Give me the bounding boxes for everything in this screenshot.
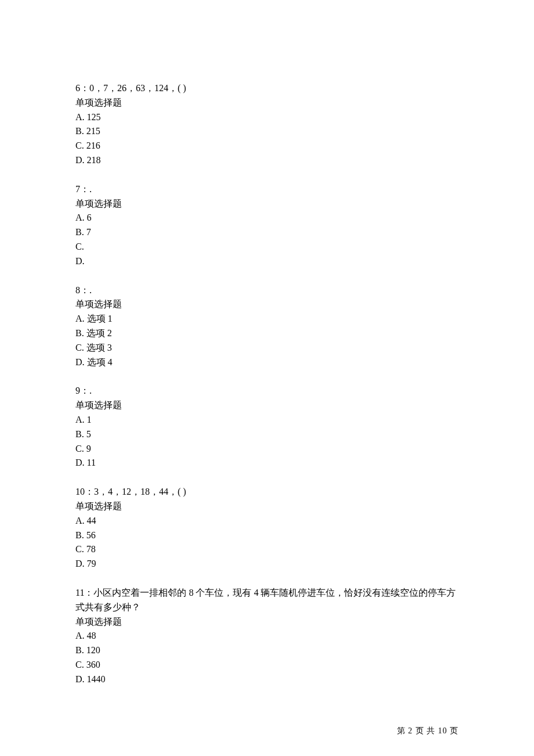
option-b: B. 7 <box>75 225 459 240</box>
question-text: 9：. <box>75 384 459 398</box>
question-number: 6 <box>75 83 80 93</box>
option-b: B. 56 <box>75 528 459 543</box>
page-content: 6：0，7，26，63，124，( ) 单项选择题 A. 125 B. 215 … <box>0 0 534 686</box>
option-c: C. 选项 3 <box>75 341 459 355</box>
option-c: C. 78 <box>75 542 459 557</box>
question-number: 11 <box>75 588 84 597</box>
question-number: 7 <box>75 184 80 194</box>
question-type: 单项选择题 <box>75 398 459 413</box>
option-b: B. 5 <box>75 427 459 442</box>
question-type: 单项选择题 <box>75 197 459 211</box>
option-a: A. 6 <box>75 211 459 225</box>
option-d: D. 79 <box>75 557 459 571</box>
question-text: 8：. <box>75 283 459 298</box>
question-7: 7：. 单项选择题 A. 6 B. 7 C. D. <box>75 182 459 269</box>
option-d: D. 11 <box>75 456 459 470</box>
question-text: 11：小区内空着一排相邻的 8 个车位，现有 4 辆车随机停进车位，恰好没有连续… <box>75 586 459 615</box>
question-type: 单项选择题 <box>75 615 459 629</box>
question-number: 9 <box>75 386 80 395</box>
question-type: 单项选择题 <box>75 297 459 312</box>
option-a: A. 125 <box>75 110 459 125</box>
question-body: 0，7，26，63，124，( ) <box>89 83 186 93</box>
option-b: B. 120 <box>75 643 459 658</box>
question-11: 11：小区内空着一排相邻的 8 个车位，现有 4 辆车随机停进车位，恰好没有连续… <box>75 586 459 687</box>
question-10: 10：3，4，12，18，44，( ) 单项选择题 A. 44 B. 56 C.… <box>75 485 459 571</box>
option-a: A. 1 <box>75 413 459 427</box>
option-d: D. 选项 4 <box>75 355 459 370</box>
question-body: . <box>89 285 92 295</box>
question-8: 8：. 单项选择题 A. 选项 1 B. 选项 2 C. 选项 3 D. 选项 … <box>75 283 459 370</box>
option-b: B. 选项 2 <box>75 326 459 341</box>
question-text: 7：. <box>75 182 459 197</box>
option-d: D. <box>75 254 459 269</box>
option-c: C. 360 <box>75 658 459 672</box>
option-d: D. 1440 <box>75 672 459 687</box>
question-type: 单项选择题 <box>75 499 459 514</box>
question-number: 10 <box>75 487 85 496</box>
question-6: 6：0，7，26，63，124，( ) 单项选择题 A. 125 B. 215 … <box>75 81 459 168</box>
question-text: 6：0，7，26，63，124，( ) <box>75 81 459 96</box>
question-body: . <box>89 386 92 395</box>
question-body: 3，4，12，18，44，( ) <box>94 487 186 496</box>
option-d: D. 218 <box>75 153 459 168</box>
option-c: C. <box>75 240 459 254</box>
question-type: 单项选择题 <box>75 96 459 110</box>
question-body: 小区内空着一排相邻的 8 个车位，现有 4 辆车随机停进车位，恰好没有连续空位的… <box>75 588 456 612</box>
option-c: C. 216 <box>75 139 459 153</box>
option-b: B. 215 <box>75 124 459 139</box>
option-a: A. 选项 1 <box>75 312 459 326</box>
option-a: A. 44 <box>75 514 459 528</box>
question-text: 10：3，4，12，18，44，( ) <box>75 485 459 499</box>
option-c: C. 9 <box>75 442 459 456</box>
question-9: 9：. 单项选择题 A. 1 B. 5 C. 9 D. 11 <box>75 384 459 470</box>
page-footer: 第 2 页 共 10 页 <box>397 726 459 736</box>
option-a: A. 48 <box>75 629 459 643</box>
question-number: 8 <box>75 285 80 295</box>
question-body: . <box>89 184 92 194</box>
